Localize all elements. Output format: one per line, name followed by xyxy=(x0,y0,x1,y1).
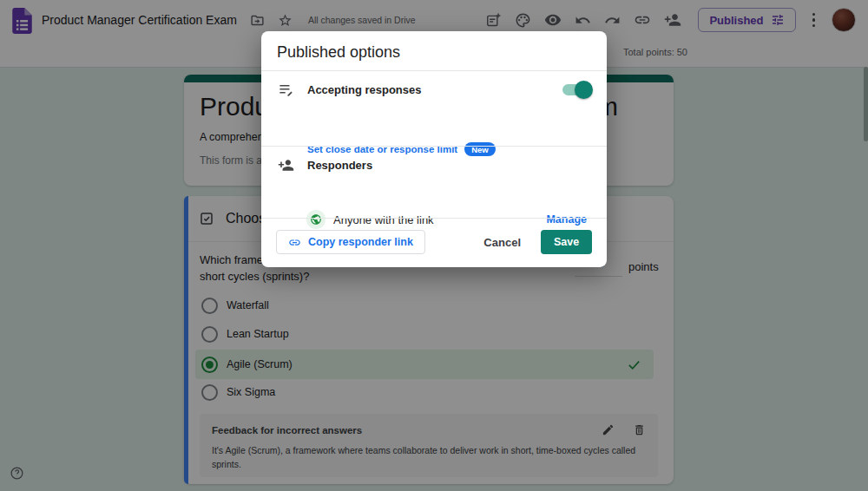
divider xyxy=(261,218,607,219)
accepting-responses-icon xyxy=(278,82,294,98)
divider xyxy=(261,146,607,147)
manage-link[interactable]: Manage xyxy=(546,213,587,226)
new-badge: New xyxy=(464,142,496,156)
cancel-button[interactable]: Cancel xyxy=(478,235,526,250)
accepting-responses-label: Accepting responses xyxy=(307,83,422,96)
dialog-title: Published options xyxy=(277,43,400,62)
globe-icon xyxy=(306,210,326,229)
responders-icon xyxy=(278,157,294,173)
copy-responder-link-button[interactable]: Copy responder link xyxy=(276,230,425,254)
toggle-knob xyxy=(575,81,593,99)
published-options-dialog: Published options Accepting responses Se… xyxy=(261,31,607,267)
responders-value: Anyone with the link xyxy=(333,213,434,226)
copy-responder-link-label: Copy responder link xyxy=(308,236,413,248)
divider xyxy=(261,70,607,71)
link-icon xyxy=(288,236,301,249)
responders-label: Responders xyxy=(307,159,372,172)
save-button[interactable]: Save xyxy=(541,230,592,254)
accepting-responses-toggle[interactable] xyxy=(562,84,591,95)
